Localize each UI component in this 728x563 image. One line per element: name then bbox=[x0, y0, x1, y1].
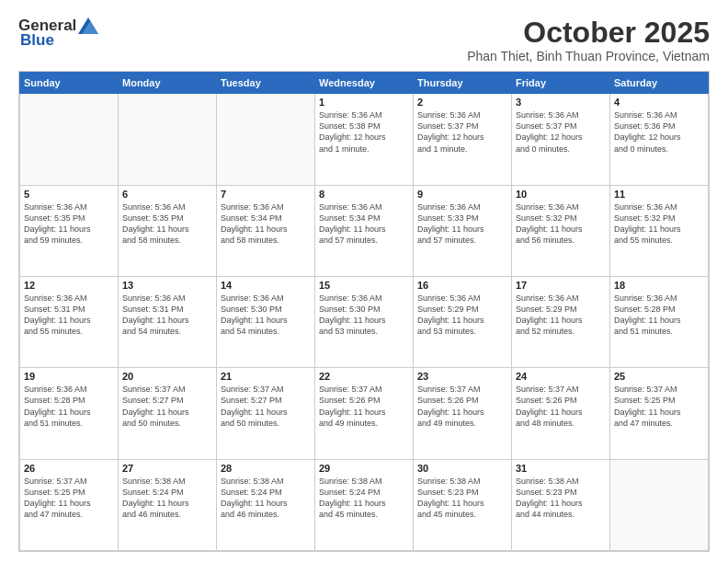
calendar-cell: 29Sunrise: 5:38 AM Sunset: 5:24 PM Dayli… bbox=[315, 459, 414, 550]
week-row: 1Sunrise: 5:36 AM Sunset: 5:38 PM Daylig… bbox=[20, 94, 709, 185]
day-info: Sunrise: 5:36 AM Sunset: 5:29 PM Dayligh… bbox=[417, 293, 507, 338]
calendar-cell: 1Sunrise: 5:36 AM Sunset: 5:38 PM Daylig… bbox=[315, 94, 414, 185]
day-number: 12 bbox=[24, 280, 114, 291]
calendar-cell: 12Sunrise: 5:36 AM Sunset: 5:31 PM Dayli… bbox=[20, 276, 119, 367]
calendar-cell: 15Sunrise: 5:36 AM Sunset: 5:30 PM Dayli… bbox=[315, 276, 414, 367]
day-info: Sunrise: 5:38 AM Sunset: 5:24 PM Dayligh… bbox=[221, 476, 311, 521]
day-number: 3 bbox=[516, 97, 606, 108]
day-number: 21 bbox=[221, 371, 311, 382]
logo: General Blue bbox=[18, 17, 98, 50]
day-number: 28 bbox=[221, 463, 311, 474]
calendar-cell: 6Sunrise: 5:36 AM Sunset: 5:35 PM Daylig… bbox=[119, 185, 217, 276]
week-row: 19Sunrise: 5:36 AM Sunset: 5:28 PM Dayli… bbox=[20, 368, 709, 459]
day-info: Sunrise: 5:38 AM Sunset: 5:24 PM Dayligh… bbox=[122, 476, 212, 521]
header-cell-wednesday: Wednesday bbox=[315, 73, 414, 94]
day-info: Sunrise: 5:37 AM Sunset: 5:27 PM Dayligh… bbox=[221, 384, 311, 429]
title-area: October 2025 Phan Thiet, Binh Thuan Prov… bbox=[467, 17, 710, 63]
calendar-cell: 14Sunrise: 5:36 AM Sunset: 5:30 PM Dayli… bbox=[217, 276, 315, 367]
calendar-cell: 11Sunrise: 5:36 AM Sunset: 5:32 PM Dayli… bbox=[610, 185, 709, 276]
day-number: 18 bbox=[614, 280, 704, 291]
day-number: 25 bbox=[614, 371, 704, 382]
day-number: 23 bbox=[417, 371, 507, 382]
calendar-cell: 30Sunrise: 5:38 AM Sunset: 5:23 PM Dayli… bbox=[414, 459, 512, 550]
day-number: 29 bbox=[319, 463, 409, 474]
calendar-cell: 9Sunrise: 5:36 AM Sunset: 5:33 PM Daylig… bbox=[414, 185, 512, 276]
week-row: 26Sunrise: 5:37 AM Sunset: 5:25 PM Dayli… bbox=[20, 459, 709, 550]
calendar-cell: 18Sunrise: 5:36 AM Sunset: 5:28 PM Dayli… bbox=[610, 276, 709, 367]
day-number: 13 bbox=[122, 280, 212, 291]
calendar-cell: 2Sunrise: 5:36 AM Sunset: 5:37 PM Daylig… bbox=[414, 94, 512, 185]
day-info: Sunrise: 5:36 AM Sunset: 5:35 PM Dayligh… bbox=[24, 201, 114, 247]
day-number: 1 bbox=[319, 97, 409, 108]
day-info: Sunrise: 5:36 AM Sunset: 5:32 PM Dayligh… bbox=[614, 201, 704, 247]
calendar-cell bbox=[610, 459, 709, 550]
logo-icon bbox=[78, 17, 98, 34]
calendar-body: 1Sunrise: 5:36 AM Sunset: 5:38 PM Daylig… bbox=[20, 94, 709, 551]
calendar-cell: 19Sunrise: 5:36 AM Sunset: 5:28 PM Dayli… bbox=[20, 368, 119, 459]
day-info: Sunrise: 5:37 AM Sunset: 5:26 PM Dayligh… bbox=[319, 384, 409, 429]
header-cell-thursday: Thursday bbox=[414, 73, 512, 94]
calendar-cell: 5Sunrise: 5:36 AM Sunset: 5:35 PM Daylig… bbox=[20, 185, 119, 276]
day-number: 27 bbox=[122, 463, 212, 474]
day-number: 14 bbox=[221, 280, 311, 291]
day-number: 20 bbox=[122, 371, 212, 382]
day-number: 19 bbox=[24, 371, 114, 382]
calendar-table: SundayMondayTuesdayWednesdayThursdayFrid… bbox=[19, 72, 709, 551]
day-info: Sunrise: 5:36 AM Sunset: 5:35 PM Dayligh… bbox=[122, 201, 212, 247]
calendar-cell bbox=[20, 94, 119, 185]
day-number: 26 bbox=[24, 463, 114, 474]
location: Phan Thiet, Binh Thuan Province, Vietnam bbox=[467, 49, 710, 63]
day-info: Sunrise: 5:36 AM Sunset: 5:37 PM Dayligh… bbox=[516, 109, 606, 155]
calendar-cell: 17Sunrise: 5:36 AM Sunset: 5:29 PM Dayli… bbox=[512, 276, 610, 367]
calendar-cell: 24Sunrise: 5:37 AM Sunset: 5:26 PM Dayli… bbox=[512, 368, 610, 459]
day-info: Sunrise: 5:37 AM Sunset: 5:27 PM Dayligh… bbox=[122, 384, 212, 429]
day-info: Sunrise: 5:38 AM Sunset: 5:23 PM Dayligh… bbox=[417, 476, 507, 521]
calendar-cell: 25Sunrise: 5:37 AM Sunset: 5:25 PM Dayli… bbox=[610, 368, 709, 459]
day-info: Sunrise: 5:36 AM Sunset: 5:28 PM Dayligh… bbox=[614, 293, 704, 338]
calendar-cell: 26Sunrise: 5:37 AM Sunset: 5:25 PM Dayli… bbox=[20, 459, 119, 550]
page: General Blue October 2025 Phan Thiet, Bi… bbox=[0, 0, 728, 563]
calendar-cell: 28Sunrise: 5:38 AM Sunset: 5:24 PM Dayli… bbox=[217, 459, 315, 550]
day-number: 17 bbox=[516, 280, 606, 291]
calendar-header: SundayMondayTuesdayWednesdayThursdayFrid… bbox=[20, 73, 709, 94]
week-row: 5Sunrise: 5:36 AM Sunset: 5:35 PM Daylig… bbox=[20, 185, 709, 276]
calendar-cell: 16Sunrise: 5:36 AM Sunset: 5:29 PM Dayli… bbox=[414, 276, 512, 367]
header: General Blue October 2025 Phan Thiet, Bi… bbox=[18, 17, 710, 63]
calendar-cell: 27Sunrise: 5:38 AM Sunset: 5:24 PM Dayli… bbox=[119, 459, 217, 550]
day-number: 24 bbox=[516, 371, 606, 382]
calendar-cell: 31Sunrise: 5:38 AM Sunset: 5:23 PM Dayli… bbox=[512, 459, 610, 550]
calendar-cell: 8Sunrise: 5:36 AM Sunset: 5:34 PM Daylig… bbox=[315, 185, 414, 276]
day-info: Sunrise: 5:36 AM Sunset: 5:33 PM Dayligh… bbox=[417, 201, 507, 247]
day-number: 5 bbox=[24, 189, 114, 200]
header-row: SundayMondayTuesdayWednesdayThursdayFrid… bbox=[20, 73, 709, 94]
calendar-cell: 4Sunrise: 5:36 AM Sunset: 5:36 PM Daylig… bbox=[610, 94, 709, 185]
day-number: 22 bbox=[319, 371, 409, 382]
day-number: 31 bbox=[516, 463, 606, 474]
calendar-cell: 22Sunrise: 5:37 AM Sunset: 5:26 PM Dayli… bbox=[315, 368, 414, 459]
calendar-cell: 10Sunrise: 5:36 AM Sunset: 5:32 PM Dayli… bbox=[512, 185, 610, 276]
header-cell-tuesday: Tuesday bbox=[217, 73, 315, 94]
day-info: Sunrise: 5:38 AM Sunset: 5:23 PM Dayligh… bbox=[516, 476, 606, 521]
day-info: Sunrise: 5:36 AM Sunset: 5:36 PM Dayligh… bbox=[614, 109, 704, 155]
day-number: 4 bbox=[614, 97, 704, 108]
day-info: Sunrise: 5:36 AM Sunset: 5:31 PM Dayligh… bbox=[24, 293, 114, 338]
calendar-cell: 23Sunrise: 5:37 AM Sunset: 5:26 PM Dayli… bbox=[414, 368, 512, 459]
header-cell-monday: Monday bbox=[119, 73, 217, 94]
calendar-cell bbox=[217, 94, 315, 185]
day-info: Sunrise: 5:37 AM Sunset: 5:26 PM Dayligh… bbox=[516, 384, 606, 429]
calendar: SundayMondayTuesdayWednesdayThursdayFrid… bbox=[18, 71, 710, 552]
calendar-cell: 20Sunrise: 5:37 AM Sunset: 5:27 PM Dayli… bbox=[119, 368, 217, 459]
calendar-cell: 21Sunrise: 5:37 AM Sunset: 5:27 PM Dayli… bbox=[217, 368, 315, 459]
day-info: Sunrise: 5:36 AM Sunset: 5:28 PM Dayligh… bbox=[24, 384, 114, 429]
day-number: 7 bbox=[221, 189, 311, 200]
day-info: Sunrise: 5:36 AM Sunset: 5:31 PM Dayligh… bbox=[122, 293, 212, 338]
day-number: 6 bbox=[122, 189, 212, 200]
month-year: October 2025 bbox=[467, 17, 710, 49]
calendar-cell: 7Sunrise: 5:36 AM Sunset: 5:34 PM Daylig… bbox=[217, 185, 315, 276]
day-info: Sunrise: 5:36 AM Sunset: 5:34 PM Dayligh… bbox=[319, 201, 409, 247]
day-info: Sunrise: 5:38 AM Sunset: 5:24 PM Dayligh… bbox=[319, 476, 409, 521]
header-cell-sunday: Sunday bbox=[20, 73, 119, 94]
header-cell-saturday: Saturday bbox=[610, 73, 709, 94]
day-number: 15 bbox=[319, 280, 409, 291]
logo-blue: Blue bbox=[20, 31, 54, 50]
